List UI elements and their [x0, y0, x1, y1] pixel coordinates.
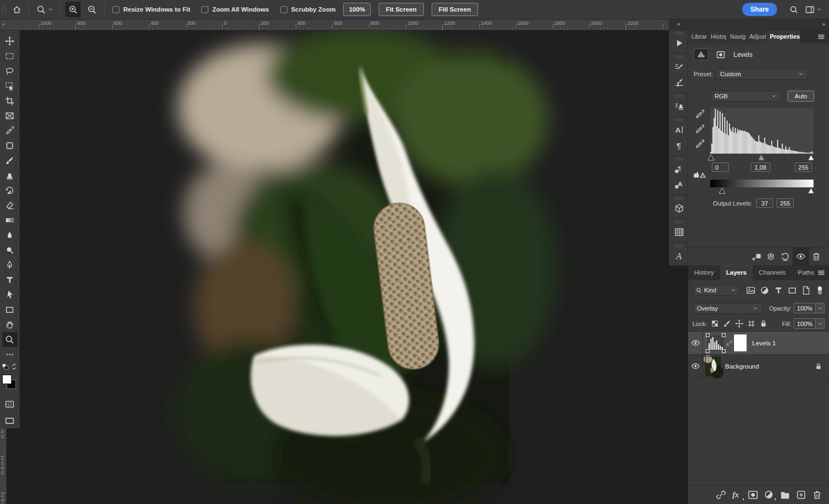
scrubby-zoom-checkbox[interactable]: Scrubby Zoom: [280, 6, 336, 13]
default-colors-icon[interactable]: [2, 363, 9, 370]
canvas-area[interactable]: [7, 30, 688, 504]
quick-mask-mode-button[interactable]: [2, 397, 18, 412]
eyedropper-tool[interactable]: [2, 123, 18, 138]
filter-shape-layers-icon[interactable]: [788, 286, 797, 295]
new-group-button[interactable]: [780, 490, 790, 500]
home-button[interactable]: [9, 2, 24, 17]
hand-tool[interactable]: [2, 317, 18, 332]
channel-select[interactable]: RGB: [710, 91, 781, 102]
input-highlight-slider[interactable]: [807, 154, 815, 161]
paragraph-styles-panel-button[interactable]: [669, 161, 689, 177]
zoom-out-button[interactable]: [84, 2, 99, 17]
vertical-ruler[interactable]: 2 0 0 02 2 0 02 4 0 0: [0, 428, 7, 504]
fit-screen-button[interactable]: Fit Screen: [379, 3, 424, 16]
panel-drag-grip[interactable]: [674, 32, 683, 34]
lock-image-pixels-icon[interactable]: [723, 319, 731, 328]
zoom-tool-preset-button[interactable]: [34, 2, 56, 17]
layer-mask-thumbnail[interactable]: [733, 334, 747, 352]
tab-adjustments[interactable]: Adjustments: [746, 30, 767, 43]
timeline-panel-button[interactable]: [669, 224, 689, 240]
panel-menu-icon[interactable]: [817, 33, 826, 41]
fill-field[interactable]: 100%: [794, 318, 816, 329]
tab-paths[interactable]: Paths: [791, 265, 820, 280]
zoom-tool[interactable]: [2, 332, 18, 347]
gradient-tool[interactable]: [2, 213, 18, 228]
tab-histogram[interactable]: Histogram: [707, 30, 727, 43]
input-highlight-field[interactable]: 255: [795, 162, 812, 172]
output-highlight-field[interactable]: 255: [776, 198, 794, 208]
auto-button[interactable]: Auto: [788, 91, 814, 102]
input-midtone-slider[interactable]: [758, 154, 765, 161]
character-panel-button[interactable]: [669, 122, 689, 138]
link-layers-button[interactable]: [716, 490, 726, 500]
preset-select[interactable]: Custom: [716, 69, 808, 80]
filter-pixel-layers-icon[interactable]: [746, 286, 755, 295]
layer-style-button[interactable]: [732, 490, 742, 500]
clone-stamp-tool[interactable]: [2, 168, 18, 183]
white-point-eyedropper[interactable]: [695, 139, 705, 149]
brush-tool[interactable]: [2, 153, 18, 168]
output-shadow-slider[interactable]: [718, 187, 726, 194]
mask-properties-button[interactable]: [713, 49, 727, 60]
collapse-panels-button[interactable]: «: [669, 19, 688, 30]
blend-mode-select[interactable]: Overlay: [692, 303, 763, 314]
document-canvas-peace-lily-photo[interactable]: [222, 53, 509, 483]
zoom-all-windows-checkbox[interactable]: Zoom All Windows: [201, 6, 269, 13]
path-selection-tool[interactable]: [2, 287, 18, 302]
layer-visibility-toggle[interactable]: [688, 332, 703, 355]
eraser-tool[interactable]: [2, 198, 18, 213]
resize-windows-to-fit-checkbox[interactable]: Resize Windows to Fit: [112, 6, 190, 13]
history-brush-tool[interactable]: [2, 183, 18, 198]
object-selection-tool[interactable]: [2, 78, 18, 93]
input-shadow-slider[interactable]: [707, 154, 715, 161]
filter-type-layers-icon[interactable]: [774, 286, 783, 295]
toggle-adjustment-visibility-button[interactable]: [793, 248, 809, 266]
lock-all-icon[interactable]: [759, 319, 768, 328]
swap-colors-icon[interactable]: [11, 363, 18, 370]
expand-panels-button[interactable]: »: [688, 19, 829, 30]
clip-to-layer-button[interactable]: [749, 248, 764, 266]
panel-menu-icon[interactable]: [817, 269, 826, 277]
lasso-tool[interactable]: [2, 64, 18, 78]
brushes-panel-button[interactable]: [669, 75, 689, 90]
panel-drag-grip[interactable]: [674, 197, 683, 200]
input-shadow-field[interactable]: 0: [712, 162, 729, 172]
panel-drag-grip[interactable]: [674, 221, 683, 223]
zoom-in-button[interactable]: [65, 2, 81, 17]
rectangular-marquee-tool[interactable]: [2, 49, 18, 64]
dodge-tool[interactable]: [2, 243, 18, 258]
layer-row-background[interactable]: Background: [688, 355, 829, 378]
panel-drag-grip[interactable]: [674, 158, 683, 160]
3d-panel-button[interactable]: [669, 201, 689, 216]
glyphs-panel-button[interactable]: [669, 248, 689, 264]
actions-panel-button[interactable]: [669, 35, 689, 51]
opacity-dropdown-button[interactable]: [816, 303, 825, 313]
output-highlight-slider[interactable]: [807, 187, 815, 194]
filter-kind-select[interactable]: Kind: [692, 285, 739, 296]
panel-drag-grip[interactable]: [674, 118, 683, 121]
share-button[interactable]: Share: [742, 3, 777, 16]
input-midtone-field[interactable]: 1,08: [751, 162, 770, 172]
paragraph-panel-button[interactable]: [669, 138, 689, 153]
zoom-percent-field[interactable]: 100%: [343, 3, 371, 16]
uncached-histogram-refresh-icon[interactable]: [692, 169, 707, 179]
tab-properties[interactable]: Properties: [767, 30, 801, 43]
new-adjustment-layer-button[interactable]: [764, 490, 774, 500]
lock-transparent-pixels-icon[interactable]: [711, 319, 719, 328]
tab-channels[interactable]: Channels: [753, 265, 792, 280]
lock-artboard-icon[interactable]: [747, 319, 755, 328]
type-tool[interactable]: [2, 272, 18, 287]
edit-toolbar-ellipsis[interactable]: [2, 347, 18, 362]
reset-adjustment-button[interactable]: [778, 248, 793, 266]
tab-libraries[interactable]: Libraries: [688, 30, 707, 43]
levels-adjustment-icon-button[interactable]: [694, 49, 709, 60]
filter-toggle-switch[interactable]: [815, 286, 825, 295]
tab-history[interactable]: History: [688, 265, 720, 280]
view-previous-state-button[interactable]: [764, 248, 778, 266]
ruler-corner[interactable]: »: [0, 19, 7, 30]
layer-visibility-toggle[interactable]: [688, 355, 703, 378]
tab-layers[interactable]: Layers: [720, 265, 753, 280]
rectangle-tool[interactable]: [2, 302, 18, 317]
frame-tool[interactable]: [2, 108, 18, 123]
foreground-background-colors[interactable]: [2, 375, 18, 391]
